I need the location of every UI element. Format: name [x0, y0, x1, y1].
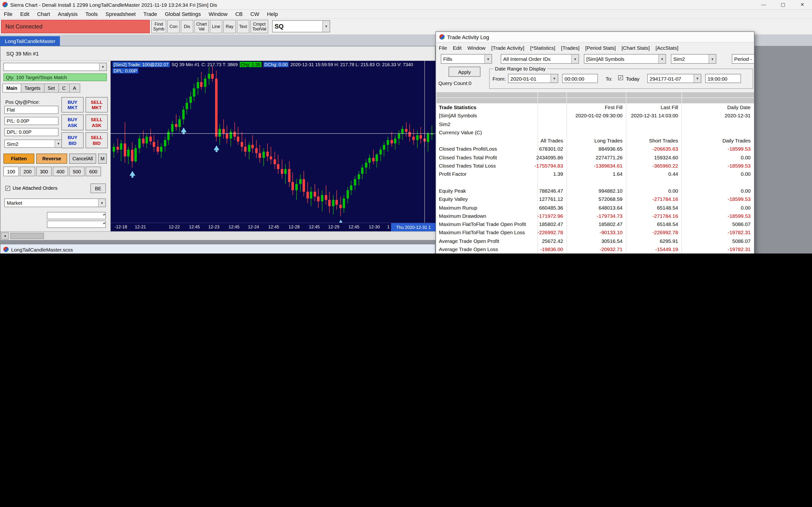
scroll-thumb[interactable]: [10, 233, 44, 239]
minimize-button[interactable]: —: [754, 0, 773, 9]
chevron-down-icon[interactable]: ▼: [709, 55, 716, 63]
qty-button[interactable]: 100: [3, 167, 19, 176]
sell-ask-button[interactable]: SELL ASK: [86, 114, 108, 130]
toolbar-button[interactable]: Line: [210, 20, 222, 33]
log-menu-item[interactable]: File: [436, 45, 450, 50]
buy-bid-button[interactable]: BUY BID: [61, 132, 84, 148]
log-menu-item[interactable]: Window: [464, 45, 489, 50]
toolbar-button[interactable]: Text: [237, 20, 249, 33]
chart-window-titlebar[interactable]: SQ 39 Min #1: [0, 46, 435, 61]
trade-panel-tab[interactable]: Targets: [21, 83, 45, 93]
candle-body: [218, 129, 221, 137]
qty-button[interactable]: 600: [86, 167, 101, 176]
use-attached-orders[interactable]: ✓ Use Attached Orders: [5, 185, 57, 191]
menu-item[interactable]: Window: [205, 11, 231, 17]
order-type-combo[interactable]: Market▼: [4, 199, 106, 207]
position-field[interactable]: Flat: [4, 106, 58, 114]
qty-button[interactable]: 200: [20, 167, 35, 176]
buy-mkt-button[interactable]: BUY MKT: [61, 97, 84, 113]
candle-body: [175, 124, 177, 127]
trade-panel-tab[interactable]: Main: [2, 83, 21, 93]
stats-label: Equity Peak: [439, 188, 466, 193]
trade-panel-tab[interactable]: A: [69, 83, 80, 93]
cancel-button[interactable]: CancelAll: [69, 154, 96, 164]
toolbar-button[interactable]: Chart Val: [194, 20, 209, 33]
chart-plot[interactable]: [Sim2] Trade: 100@232.07SQ 39 Min #1C: 2…: [111, 61, 436, 223]
menu-item[interactable]: Global Settings: [161, 11, 205, 17]
buy-ask-button[interactable]: BUY ASK: [61, 114, 84, 130]
toolbar-button[interactable]: Cmpct ToolVal: [250, 20, 268, 33]
today-checkbox[interactable]: ✓: [618, 75, 623, 80]
close-button[interactable]: ✕: [793, 0, 812, 9]
menu-item[interactable]: Analysis: [54, 11, 82, 17]
menu-item[interactable]: Tools: [82, 11, 101, 17]
stats-row: Trade StatisticsFirst FillLast FillDaily…: [436, 103, 755, 112]
trade-panel-tab[interactable]: C: [59, 83, 69, 93]
period-combo[interactable]: Period -: [732, 54, 754, 64]
scroll-left-icon[interactable]: ◂: [1, 232, 9, 239]
toolbar-button[interactable]: Ray: [223, 20, 236, 33]
chevron-down-icon[interactable]: ▼: [571, 55, 578, 63]
toolbar-button[interactable]: Dis: [181, 20, 193, 33]
chevron-down-icon[interactable]: ▼: [484, 55, 492, 63]
spreadsheet-titlebar[interactable]: LongTailCandleMaster.scss: [0, 244, 435, 253]
dpl-field[interactable]: DPL: 0.00P: [4, 128, 58, 136]
candle-body: [357, 174, 360, 179]
log-menu-item[interactable]: [Chart Stats]: [619, 45, 653, 50]
chartbook-tab[interactable]: LongTailCandleMaster: [0, 36, 60, 46]
menu-item[interactable]: File: [0, 11, 16, 17]
to-time-input[interactable]: 19:00:00: [705, 74, 741, 83]
log-titlebar[interactable]: Trade Activity Log: [436, 32, 754, 43]
chevron-down-icon[interactable]: ▼: [322, 21, 329, 32]
qty-button[interactable]: 400: [53, 167, 68, 176]
menu-item[interactable]: CW: [247, 11, 263, 17]
symbols-combo[interactable]: [Sim]All Symbols▼: [584, 54, 666, 64]
price-spinner-1[interactable]: [47, 212, 106, 219]
from-date-combo[interactable]: 2020-01-01▼: [508, 74, 558, 83]
price-spinner-2[interactable]: [47, 221, 106, 228]
chevron-down-icon[interactable]: ▼: [694, 74, 701, 82]
menu-item[interactable]: CB: [231, 11, 247, 17]
log-menu-item[interactable]: Edit: [450, 45, 464, 50]
toolbar-button[interactable]: Con: [167, 20, 180, 33]
flatten-button[interactable]: Flatten: [3, 154, 34, 164]
log-menu-item[interactable]: [Period Stats]: [582, 45, 619, 50]
order-template-combo[interactable]: ▼: [3, 63, 107, 71]
order-ids-combo[interactable]: All Internal Order IDs▼: [501, 54, 579, 64]
chevron-down-icon[interactable]: ▼: [658, 55, 666, 63]
chevron-down-icon[interactable]: ▼: [98, 199, 105, 207]
mbtn-button[interactable]: M: [98, 154, 107, 164]
chevron-down-icon[interactable]: ▼: [99, 63, 106, 70]
reverse-button[interactable]: Reverse: [36, 154, 67, 164]
log-menu-item[interactable]: [*Statistics]: [527, 45, 558, 50]
log-menu-item[interactable]: [Trades]: [558, 45, 582, 50]
menu-item[interactable]: Help: [263, 11, 282, 17]
from-time-input[interactable]: 00:00:00: [562, 74, 598, 83]
sell-mkt-button[interactable]: SELL MKT: [86, 97, 108, 113]
menu-item[interactable]: Spreadsheet: [102, 11, 140, 17]
pl-field[interactable]: P/L: 0.00P: [4, 117, 58, 125]
chevron-down-icon[interactable]: ▼: [551, 74, 558, 82]
toolbar-button[interactable]: Find Symb: [151, 20, 166, 33]
log-menu-item[interactable]: [AccStats]: [653, 45, 681, 50]
chevron-down-icon[interactable]: ▼: [55, 140, 62, 147]
chart-hscrollbar[interactable]: ◂: [0, 231, 436, 240]
qty-button[interactable]: 300: [36, 167, 52, 176]
menu-item[interactable]: Trade: [140, 11, 161, 17]
checkbox-checked-icon[interactable]: ✓: [5, 186, 10, 190]
fills-combo[interactable]: Fills▼: [441, 54, 492, 64]
sell-bid-button[interactable]: SELL BID: [86, 132, 108, 148]
maximize-button[interactable]: ▢: [773, 0, 793, 9]
qty-button[interactable]: 500: [69, 167, 85, 176]
to-date-combo[interactable]: 294177-01-07▼: [647, 74, 701, 83]
account-combo[interactable]: Sim2▼: [4, 139, 62, 148]
trade-panel-tab[interactable]: Set: [44, 83, 59, 93]
menu-item[interactable]: Chart: [33, 11, 54, 17]
breakeven-button[interactable]: BE: [90, 183, 106, 193]
log-menu-item[interactable]: [Trade Activity]: [489, 45, 527, 50]
stats-table[interactable]: Trade StatisticsFirst FillLast FillDaily…: [436, 103, 755, 253]
account-filter-combo[interactable]: Sim2▼: [671, 54, 716, 64]
apply-button[interactable]: Apply: [449, 67, 480, 77]
symbol-combo[interactable]: SQ ▼: [272, 20, 330, 32]
menu-item[interactable]: Edit: [16, 11, 33, 17]
